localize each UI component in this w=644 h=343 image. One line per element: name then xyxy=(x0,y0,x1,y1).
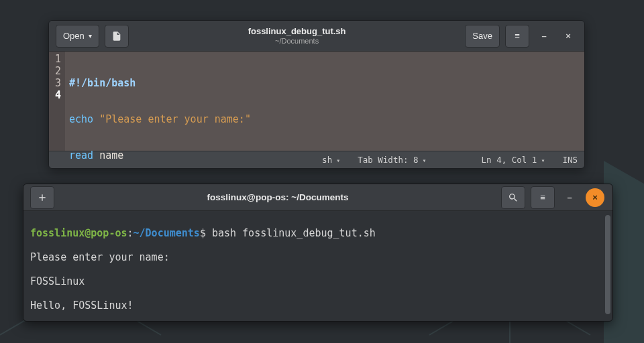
terminal-line: fosslinux@pop-os:~/Documents$ bash fossl… xyxy=(30,227,606,239)
insert-mode[interactable]: INS xyxy=(562,155,578,165)
hamburger-icon: ≡ xyxy=(515,31,520,41)
open-button[interactable]: Open ▾ xyxy=(56,25,99,48)
identifier: name xyxy=(93,149,123,161)
command: bash fosslinux_debug_tut.sh xyxy=(206,227,376,239)
line-number: 1 xyxy=(49,53,61,65)
minimize-icon: – xyxy=(541,31,546,41)
prompt-dollar: $ xyxy=(200,227,206,239)
prompt-user: fosslinux@pop-os xyxy=(30,227,127,239)
code-line: echo "Please enter your name:" xyxy=(69,113,580,125)
open-button-label: Open xyxy=(63,31,85,41)
terminal-line: Hello, FOSSLinux! xyxy=(30,299,606,312)
terminal-scrollbar[interactable] xyxy=(605,215,610,314)
close-button[interactable]: × xyxy=(559,27,578,46)
save-button-label: Save xyxy=(472,31,492,41)
editor-title: fosslinux_debug_tut.sh xyxy=(131,26,463,37)
editor-body[interactable]: 1 2 3 4 #!/bin/bash echo "Please enter y… xyxy=(49,52,584,151)
code-line: #!/bin/bash xyxy=(69,77,580,89)
terminal-window: fosslinux@pop-os: ~/Documents ≡ – × foss… xyxy=(23,184,613,322)
terminal-title-area: fosslinux@pop-os: ~/Documents xyxy=(57,192,498,202)
line-number: 4 xyxy=(49,89,61,101)
terminal-menu-button[interactable]: ≡ xyxy=(531,186,555,209)
hamburger-menu-button[interactable]: ≡ xyxy=(505,25,529,48)
search-button[interactable] xyxy=(501,186,525,209)
editor-header: Open ▾ fosslinux_debug_tut.sh ~/Document… xyxy=(49,21,584,52)
new-tab-button[interactable] xyxy=(30,186,54,209)
new-tab-icon xyxy=(37,192,48,203)
terminal-close-button[interactable]: × xyxy=(586,188,604,207)
prompt-colon: : xyxy=(127,227,133,239)
save-button[interactable]: Save xyxy=(465,25,500,48)
close-icon: × xyxy=(592,192,598,202)
terminal-body[interactable]: fosslinux@pop-os:~/Documents$ bash fossl… xyxy=(23,211,612,321)
editor-title-area: fosslinux_debug_tut.sh ~/Documents xyxy=(131,26,463,46)
editor-subtitle: ~/Documents xyxy=(131,37,463,46)
string: "Please enter your name:" xyxy=(99,113,251,125)
new-document-button[interactable] xyxy=(105,25,129,48)
hamburger-icon: ≡ xyxy=(540,192,545,202)
keyword: echo xyxy=(69,113,93,125)
cursor-position[interactable]: Ln 4, Col 1 xyxy=(482,155,545,165)
code-area[interactable]: #!/bin/bash echo "Please enter your name… xyxy=(65,52,584,151)
terminal-line: FOSSLinux xyxy=(30,275,606,287)
terminal-minimize-button[interactable]: – xyxy=(560,188,579,207)
line-number: 2 xyxy=(49,65,61,77)
editor-window: Open ▾ fosslinux_debug_tut.sh ~/Document… xyxy=(48,20,585,169)
keyword: read xyxy=(69,149,93,161)
new-document-icon xyxy=(111,31,122,42)
minimize-icon: – xyxy=(567,192,572,202)
minimize-button[interactable]: – xyxy=(535,27,553,46)
chevron-down-icon: ▾ xyxy=(89,32,92,40)
terminal-header: fosslinux@pop-os: ~/Documents ≡ – × xyxy=(23,184,612,211)
search-icon xyxy=(508,192,519,203)
line-number-gutter: 1 2 3 4 xyxy=(49,52,65,151)
close-icon: × xyxy=(566,31,571,41)
shebang: #!/bin/bash xyxy=(69,77,136,89)
terminal-title: fosslinux@pop-os: ~/Documents xyxy=(207,192,349,202)
line-number: 3 xyxy=(49,77,61,89)
terminal-line: Please enter your name: xyxy=(30,251,606,263)
prompt-path: ~/Documents xyxy=(133,227,200,239)
tab-width-selector[interactable]: Tab Width: 8 xyxy=(358,155,426,165)
syntax-selector[interactable]: sh xyxy=(322,155,340,165)
